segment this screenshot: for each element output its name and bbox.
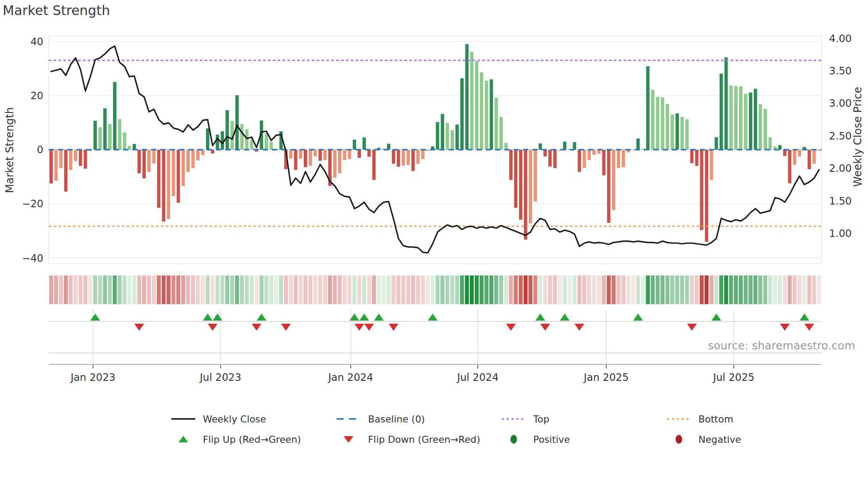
strength-bar: [680, 117, 684, 150]
strength-bar: [294, 150, 298, 170]
strength-bar: [265, 133, 268, 150]
strength-bar: [368, 150, 371, 157]
flip-down-marker: [804, 324, 814, 331]
heatmap-cell: [431, 275, 435, 304]
strength-bar: [759, 104, 762, 150]
strength-bar: [509, 150, 513, 180]
strength-bar: [455, 124, 459, 150]
heatmap-cell: [196, 275, 200, 304]
strength-bar: [543, 150, 547, 156]
heatmap-cell: [69, 275, 73, 304]
strength-bar: [563, 142, 566, 150]
strength-bar: [353, 139, 356, 150]
heatmap-cell: [240, 275, 244, 304]
left-tick-label: 0: [37, 144, 43, 155]
heatmap-cell: [798, 275, 802, 304]
strength-bar: [157, 150, 161, 208]
strength-bar: [177, 150, 180, 203]
heatmap-cell: [788, 275, 792, 304]
strength-bar: [426, 150, 430, 151]
heatmap-cell: [142, 275, 146, 304]
heatmap-cell: [709, 275, 713, 304]
legend-item-baseline: Baseline (0): [336, 414, 425, 424]
strength-bar: [450, 130, 454, 150]
legend-item-positive: Positive: [501, 434, 570, 445]
strength-bar: [734, 86, 738, 150]
x-tick-label: Jan 2024: [327, 372, 373, 383]
heatmap-cell: [802, 275, 806, 304]
heatmap-cell: [157, 275, 161, 304]
strength-bar: [705, 150, 709, 242]
heatmap-cell: [416, 275, 420, 304]
legend-label: Bottom: [698, 414, 733, 425]
strength-bar: [152, 150, 156, 163]
strength-bar: [363, 138, 366, 150]
strength-bar: [553, 150, 557, 168]
right-tick-label: 3.00: [829, 97, 852, 109]
flip-down-marker: [208, 324, 217, 331]
heatmap-cell: [367, 275, 371, 304]
strength-bar: [793, 150, 797, 165]
heatmap-cell: [783, 275, 787, 304]
heatmap-cell: [74, 275, 78, 304]
legend-label: Positive: [533, 434, 570, 445]
strength-bar: [607, 150, 611, 223]
heatmap-cell: [269, 275, 273, 304]
strength-bar: [656, 97, 659, 150]
heatmap-cell: [64, 275, 68, 304]
strength-bar: [495, 98, 498, 150]
heatmap-cell: [225, 275, 229, 304]
strength-bar: [475, 61, 479, 150]
heatmap-cell: [631, 275, 635, 304]
right-tick-label: 4.00: [829, 33, 852, 44]
heatmap-cell: [54, 275, 58, 304]
heatmap-cell: [230, 275, 234, 304]
heatmap-cell: [685, 275, 689, 304]
strength-bar: [196, 150, 200, 160]
heatmap-cell: [123, 275, 127, 304]
strength-bar: [123, 132, 126, 150]
right-tick-label: 2.00: [829, 163, 852, 174]
heatmap-cell: [514, 275, 518, 304]
heatmap-cell: [592, 275, 596, 304]
heatmap-cell: [734, 275, 738, 304]
heatmap-cell: [489, 275, 493, 304]
heatmap-cell: [181, 275, 185, 304]
heatmap-cell: [675, 275, 679, 304]
heatmap-cell: [205, 275, 209, 304]
heatmap-cell: [274, 275, 278, 304]
heatmap-cell: [768, 275, 772, 304]
strength-bar: [661, 97, 664, 150]
heatmap-cell: [318, 275, 322, 304]
heatmap-cell: [132, 275, 136, 304]
strength-bar: [583, 150, 586, 168]
heatmap-cell: [739, 275, 743, 304]
strength-bar: [446, 123, 449, 150]
heatmap-cell: [817, 275, 821, 304]
heatmap-cell: [612, 275, 616, 304]
legend-item-weekly-close: Weekly Close: [170, 414, 266, 424]
flip-up-marker: [633, 314, 643, 321]
heatmap-cell: [573, 275, 577, 304]
heatmap-cell: [563, 275, 567, 304]
right-tick-label: 1.50: [829, 195, 852, 207]
strength-bar: [578, 150, 581, 172]
strength-bar: [387, 144, 391, 150]
strength-bar: [798, 150, 802, 156]
flip-up-marker: [428, 314, 438, 321]
heatmap-cell: [616, 275, 620, 304]
strength-bar: [675, 113, 679, 150]
x-tick-label: Jul 2025: [712, 372, 755, 383]
heatmap-cell: [558, 275, 562, 304]
heatmap-cell: [523, 275, 527, 304]
flip-up-marker: [90, 314, 100, 321]
heatmap-cell: [396, 275, 400, 304]
heatmap-cell: [773, 275, 777, 304]
strength-bar: [98, 127, 102, 150]
flip-down-marker: [134, 324, 144, 331]
right-tick-label: 3.50: [829, 65, 852, 77]
strength-bar: [700, 150, 704, 230]
heatmap-cell: [690, 275, 694, 304]
right-tick-label: 1.00: [829, 228, 852, 239]
strength-bar: [670, 115, 674, 150]
